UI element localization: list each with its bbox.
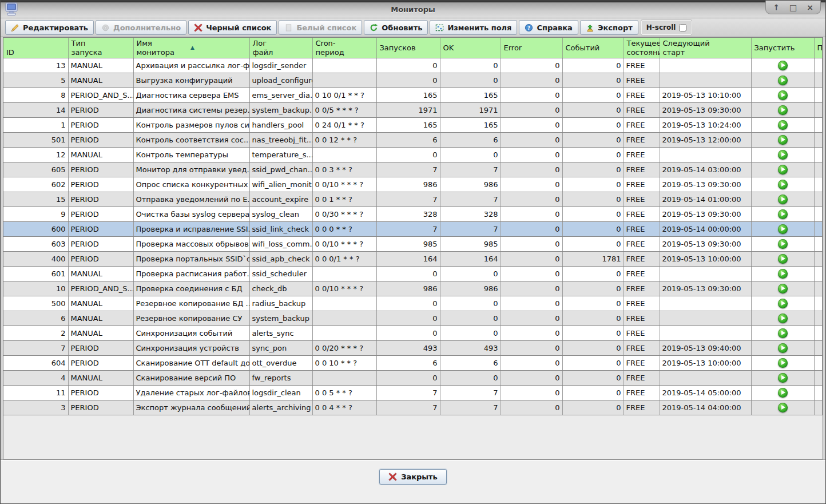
table-row[interactable]: 4MANUALСканирование версий ПОfw_reports0… (3, 371, 823, 386)
cell-log: system_backup (249, 311, 312, 326)
toolbar-button-label: Обновить (382, 23, 422, 32)
table-row[interactable]: 13MANUALАрхивация и рассылка лог-ф...log… (3, 58, 823, 73)
toolbar-button-refresh[interactable]: Обновить (364, 20, 428, 35)
cell-ok: 0 (440, 326, 501, 341)
cell-state: FREE (624, 267, 660, 281)
column-header-log[interactable]: Лог файл (249, 38, 312, 58)
cell-cron: 0 0 3 * * ? (312, 162, 376, 177)
table-row[interactable]: 7PERIODСинхронизация устройствsync_pon0 … (3, 341, 823, 356)
table-row[interactable]: 15PERIODОтправка уведомлений по E...acco… (3, 192, 823, 207)
cell-last (814, 148, 823, 162)
table-row[interactable]: 6MANUALРезервное копирование СУsystem_ba… (3, 311, 823, 326)
run-button[interactable] (778, 120, 788, 130)
column-header-cron[interactable]: Cron- период (312, 38, 376, 58)
column-header-id[interactable]: ID (3, 38, 68, 58)
column-header-run[interactable]: Запустить (751, 38, 814, 58)
h-scroll-checkbox[interactable] (679, 24, 686, 31)
cell-error: 0 (501, 237, 562, 252)
toolbar-button-label: Черный список (206, 23, 271, 32)
run-button[interactable] (778, 150, 788, 160)
column-header-state[interactable]: Текущее состояние (624, 38, 660, 58)
table-row[interactable]: 8PERIOD_AND_S...Диагностика сервера EMSe… (3, 88, 823, 103)
close-icon[interactable]: × (807, 3, 813, 11)
run-button[interactable] (778, 284, 788, 293)
column-header-name[interactable]: Имя монитора▲ (133, 38, 249, 58)
toolbar-button-blacklist[interactable]: Черный список (188, 20, 277, 35)
cell-ok: 0 (440, 296, 501, 311)
toolbar-button-export[interactable]: Экспорт (580, 20, 638, 35)
cell-state: FREE (624, 222, 660, 237)
cell-error: 0 (501, 311, 562, 326)
table-row[interactable]: 601MANUALПроверка расписания работ...ssi… (3, 267, 823, 281)
run-button[interactable] (778, 358, 788, 368)
run-button[interactable] (778, 105, 788, 115)
toolbar-buttons: РедактироватьДополнительноЧерный списокБ… (5, 20, 638, 35)
run-button[interactable] (778, 299, 788, 308)
cell-cron (312, 73, 376, 88)
table-row[interactable]: 602PERIODОпрос списка конкурентных ...wi… (3, 177, 823, 192)
run-button[interactable] (778, 403, 788, 412)
column-header-next_start[interactable]: Следующий старт (660, 38, 751, 58)
run-button[interactable] (778, 388, 788, 398)
cell-runs: 6 (376, 133, 440, 148)
run-button[interactable] (778, 239, 788, 249)
table-row[interactable]: 604PERIODСканирование OTT default до...o… (3, 356, 823, 371)
table-row[interactable]: 603PERIODПроверка массовых обрывов ...wi… (3, 237, 823, 252)
table-row[interactable]: 2MANUALСинхронизация событийalerts_sync0… (3, 326, 823, 341)
column-header-error[interactable]: Error (501, 38, 562, 58)
cell-ok: 7 (440, 386, 501, 400)
column-header-type[interactable]: Тип запуска (68, 38, 133, 58)
cell-id: 14 (3, 103, 68, 118)
table-row[interactable]: 1PERIODКонтроль размеров пулов си...hand… (3, 118, 823, 133)
title-bar[interactable]: Мониторы ↑□× (1, 1, 825, 18)
table-row[interactable]: 600PERIODПроверка и исправление SSI...ss… (3, 222, 823, 237)
cell-ok: 986 (440, 177, 501, 192)
column-header-events[interactable]: Событий (562, 38, 624, 58)
run-button[interactable] (778, 373, 788, 383)
run-button[interactable] (778, 165, 788, 174)
table-row[interactable]: 605PERIODМонитор для отправки увед...ssi… (3, 162, 823, 177)
run-button[interactable] (778, 90, 788, 100)
run-button[interactable] (778, 254, 788, 264)
cell-name: Выгрузка конфигураций (133, 73, 249, 88)
close-button[interactable]: Закрыть (379, 469, 447, 485)
run-button[interactable] (778, 135, 788, 145)
run-button[interactable] (778, 328, 788, 338)
cell-runs: 7 (376, 400, 440, 415)
table-row[interactable]: 501PERIODКонтроль соответствия сос...nas… (3, 133, 823, 148)
column-header-ok[interactable]: OK (440, 38, 501, 58)
shade-icon[interactable]: ↑ (773, 3, 780, 11)
table-row[interactable]: 5MANUALВыгрузка конфигурацийupload_confi… (3, 73, 823, 88)
table-row[interactable]: 9PERIODОчистка базы syslog сервераsyslog… (3, 207, 823, 222)
column-header-last[interactable]: П (814, 38, 823, 58)
table-row[interactable]: 10PERIOD_AND_S...Проверка соединения с Б… (3, 281, 823, 296)
table-row[interactable]: 14PERIODДиагностика системы резер...syst… (3, 103, 823, 118)
maximize-icon[interactable]: □ (789, 3, 797, 11)
table-row[interactable]: 11PERIODУдаление старых лог-файловlogsdi… (3, 386, 823, 400)
cell-type: PERIOD (68, 118, 133, 133)
cell-log: sync_pon (249, 341, 312, 356)
run-button[interactable] (778, 313, 788, 323)
table-row[interactable]: 400PERIODПроверка портальных SSID`о...ss… (3, 252, 823, 267)
table-row[interactable]: 500MANUALРезервное копирование БД ...rad… (3, 296, 823, 311)
table-row[interactable]: 12MANUALКонтроль температурыtemperature_… (3, 148, 823, 162)
run-button[interactable] (778, 180, 788, 189)
column-header-runs[interactable]: Запусков (376, 38, 440, 58)
cell-runs: 0 (376, 58, 440, 73)
toolbar-button-edit[interactable]: Редактировать (5, 20, 94, 35)
toolbar-button-advanced: Дополнительно (96, 20, 186, 35)
run-button[interactable] (778, 61, 788, 70)
toolbar-button-edit-fields[interactable]: Изменить поля (430, 20, 517, 35)
run-button[interactable] (778, 76, 788, 85)
toolbar-button-help[interactable]: ?Справка (519, 20, 578, 35)
cell-type: PERIOD (68, 222, 133, 237)
cell-type: PERIOD (68, 162, 133, 177)
cell-runs: 0 (376, 326, 440, 341)
table-row[interactable]: 3PERIODЭкспорт журнала сообщенийalerts_a… (3, 400, 823, 415)
cell-runs: 164 (376, 252, 440, 267)
run-button[interactable] (778, 269, 788, 279)
run-button[interactable] (778, 195, 788, 204)
run-button[interactable] (778, 224, 788, 234)
run-button[interactable] (778, 209, 788, 219)
run-button[interactable] (778, 343, 788, 353)
